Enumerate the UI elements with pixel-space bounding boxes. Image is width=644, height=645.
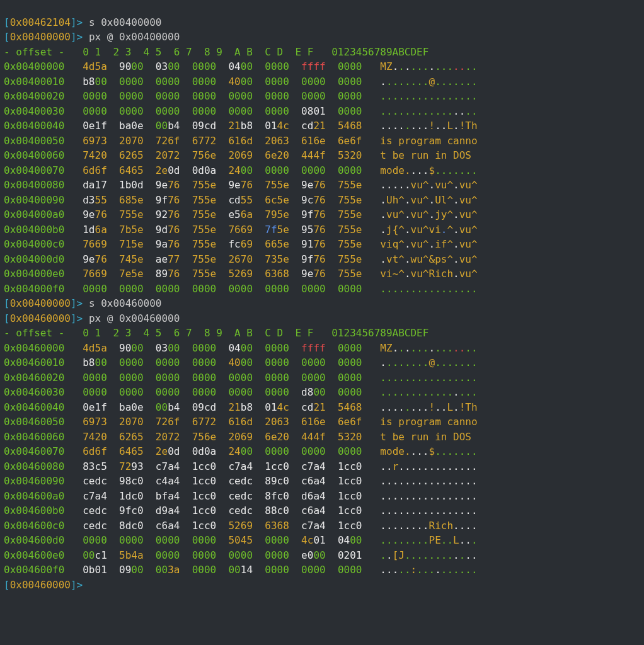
hex-byte: 00 bbox=[338, 90, 350, 102]
hex-byte: 00 bbox=[313, 386, 325, 398]
hex-byte: d3 bbox=[83, 194, 95, 206]
prompt-suffix: ]> bbox=[71, 16, 89, 28]
ascii-char: q bbox=[393, 238, 399, 250]
ascii-char: . bbox=[459, 105, 466, 117]
ascii-char: . bbox=[459, 164, 466, 176]
ascii-char: . bbox=[417, 460, 423, 472]
hex-byte: 63 bbox=[277, 416, 289, 428]
ascii-char: m bbox=[435, 135, 441, 147]
hex-byte: 65 bbox=[131, 445, 143, 457]
hex-byte: a4 bbox=[168, 475, 180, 487]
ascii-char: . bbox=[441, 401, 447, 413]
hex-byte: c7 bbox=[301, 460, 313, 472]
ascii-char: . bbox=[386, 534, 393, 546]
hex-byte: 00 bbox=[119, 357, 131, 368]
ascii-char: . bbox=[380, 357, 386, 368]
ascii-char: . bbox=[459, 60, 466, 72]
hex-byte: b4 bbox=[168, 120, 180, 132]
hex-byte: 00 bbox=[277, 357, 289, 368]
ascii-header: 0123456789ABCDEF bbox=[319, 327, 428, 339]
hex-byte: 20 bbox=[156, 149, 168, 161]
hex-byte: c0 bbox=[204, 505, 216, 517]
row-address: 0x004000f0 bbox=[4, 283, 77, 295]
hex-byte: 5e bbox=[277, 238, 289, 250]
hex-byte: 76 bbox=[95, 253, 107, 265]
hex-byte: 20 bbox=[95, 149, 107, 161]
ascii-char bbox=[447, 149, 453, 161]
hex-byte: 9e bbox=[83, 253, 95, 265]
hex-byte: 75 bbox=[192, 179, 204, 191]
ascii-char: ^ bbox=[398, 208, 405, 220]
ascii-char: J bbox=[398, 549, 405, 561]
ascii-char: . bbox=[465, 505, 471, 517]
hex-byte: 44 bbox=[301, 431, 313, 443]
hex-byte: 00 bbox=[156, 120, 168, 132]
ascii-char: u bbox=[465, 179, 471, 191]
hex-byte: 4d bbox=[83, 60, 95, 72]
ascii-char: . bbox=[453, 179, 459, 191]
hex-byte: 6c bbox=[265, 194, 277, 206]
ascii-char: o bbox=[471, 135, 478, 147]
row-address: 0x00460080 bbox=[4, 460, 77, 472]
ascii-char: . bbox=[417, 534, 423, 546]
col-header: A B bbox=[228, 46, 258, 58]
ascii-char: . bbox=[428, 475, 435, 487]
hex-byte: 00 bbox=[95, 90, 107, 102]
ascii-char: . bbox=[405, 445, 411, 457]
hex-row: 0x00400040 0e1f ba0e 00b4 09cd 21b8 014c… bbox=[4, 118, 640, 134]
hex-byte: 61 bbox=[228, 135, 240, 147]
ascii-char: v bbox=[411, 238, 417, 250]
ascii-char: . bbox=[417, 549, 423, 561]
hex-byte: ce bbox=[228, 505, 240, 517]
ascii-char: . bbox=[393, 283, 399, 295]
ascii-char: . bbox=[417, 505, 423, 517]
hex-byte: 9d bbox=[156, 224, 168, 236]
ascii-char: n bbox=[465, 135, 471, 147]
ascii-char: . bbox=[411, 475, 417, 487]
ascii-char: r bbox=[393, 460, 399, 472]
command-text[interactable]: px @ 0x00400000 bbox=[89, 31, 180, 43]
ascii-char: . bbox=[398, 490, 405, 502]
hex-byte: 00 bbox=[313, 549, 325, 561]
hex-byte: 76 bbox=[313, 238, 325, 250]
hex-byte: 62 bbox=[119, 431, 131, 443]
hex-byte: 62 bbox=[119, 149, 131, 161]
hex-byte: 74 bbox=[119, 253, 131, 265]
prompt-address: 0x00460000 bbox=[10, 579, 71, 591]
row-address: 0x00460040 bbox=[4, 401, 77, 413]
ascii-char: . bbox=[453, 401, 459, 413]
hex-byte: 00 bbox=[277, 283, 289, 295]
command-text[interactable]: s 0x00400000 bbox=[89, 16, 162, 28]
hex-byte: 5e bbox=[204, 238, 216, 250]
row-address: 0x00460020 bbox=[4, 372, 77, 384]
ascii-char: & bbox=[428, 253, 435, 265]
ascii-char: . bbox=[411, 76, 417, 88]
hex-byte: c7 bbox=[228, 460, 240, 472]
ascii-char: . bbox=[398, 60, 405, 72]
ascii-char: . bbox=[428, 90, 435, 102]
ascii-char: ^ bbox=[398, 238, 405, 250]
hex-byte: 00 bbox=[301, 164, 313, 176]
ascii-char: . bbox=[435, 460, 441, 472]
ascii-char: . bbox=[386, 105, 393, 117]
terminal[interactable]: [0x00462104]> s 0x00400000[0x00400000]> … bbox=[0, 15, 644, 598]
col-header: 6 7 bbox=[168, 327, 198, 339]
hex-byte: 76 bbox=[168, 238, 180, 250]
ascii-char: a bbox=[428, 416, 435, 428]
command-text[interactable]: s 0x00460000 bbox=[89, 297, 162, 309]
hex-byte: 0d bbox=[131, 179, 143, 191]
ascii-char: ! bbox=[428, 401, 435, 413]
command-text[interactable]: px @ 0x00460000 bbox=[89, 312, 180, 324]
hex-byte: 00 bbox=[119, 534, 131, 546]
ascii-char: . bbox=[453, 194, 459, 206]
hex-byte: 9f bbox=[301, 253, 313, 265]
ascii-char: . bbox=[411, 401, 417, 413]
ascii-char: . bbox=[380, 194, 386, 206]
ascii-char: ^ bbox=[398, 253, 405, 265]
ascii-char: . bbox=[465, 164, 471, 176]
hex-byte: 76 bbox=[168, 208, 180, 220]
hex-byte: 6e bbox=[265, 149, 277, 161]
ascii-char: . bbox=[398, 401, 405, 413]
ascii-char: . bbox=[386, 475, 393, 487]
row-address: 0x004600d0 bbox=[4, 534, 77, 546]
